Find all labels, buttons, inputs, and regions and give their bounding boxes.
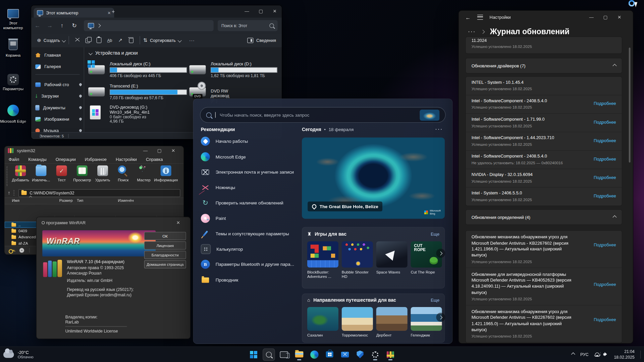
column-size[interactable]: Размер bbox=[56, 198, 73, 202]
recommended-snipping[interactable]: Ножницы bbox=[201, 181, 235, 194]
create-button[interactable]: Создать bbox=[44, 38, 60, 43]
game-tile[interactable]: Cut The Rope bbox=[411, 241, 442, 274]
recommended-paint[interactable]: Paint bbox=[201, 212, 226, 225]
desktop-icon-this-pc[interactable]: Этот компьютер bbox=[0, 9, 26, 30]
driver-updates-section[interactable]: Обновления драйверов (7) bbox=[465, 58, 622, 74]
edge-button[interactable] bbox=[308, 348, 321, 361]
today-more-button[interactable]: ··· bbox=[435, 125, 443, 132]
details-pane-button[interactable]: Сведения bbox=[247, 38, 276, 43]
desktop-icon-recycle-bin[interactable]: Корзина bbox=[0, 40, 26, 58]
games-more-link[interactable]: Еще bbox=[431, 232, 439, 237]
up-button[interactable]: ↑ bbox=[56, 22, 68, 29]
sort-button[interactable]: Сортировать bbox=[150, 38, 176, 43]
task-view-button[interactable] bbox=[278, 348, 290, 361]
sidebar-item-documents[interactable]: Документы bbox=[35, 103, 82, 112]
travel-tile[interactable]: Сахалин bbox=[307, 307, 338, 338]
carousel-next-button[interactable] bbox=[436, 249, 445, 258]
minimize-button[interactable]: — bbox=[240, 6, 254, 16]
breadcrumb-more-button[interactable]: ··· bbox=[468, 28, 476, 35]
path-input[interactable]: C:\WINDOWS\system32 bbox=[18, 189, 180, 197]
travel-more-link[interactable]: Еще bbox=[431, 298, 439, 303]
toolbar-drag-handle[interactable] bbox=[7, 166, 8, 186]
update-row[interactable]: Intel - SoftwareComponent - 1.44.2023.71… bbox=[466, 132, 622, 150]
recommended-check-updates[interactable]: ↻Проверить наличие обновлений bbox=[201, 197, 283, 209]
recommended-getting-started[interactable]: Начало работы bbox=[201, 135, 248, 147]
weather-widget[interactable]: -20°C Облачно bbox=[3, 347, 34, 362]
menu-operations[interactable]: Операции bbox=[56, 157, 76, 162]
definition-updates-section[interactable]: Обновления определений (4) bbox=[465, 209, 622, 225]
maximize-button[interactable]: ▢ bbox=[598, 12, 612, 22]
details-link[interactable]: Подробнее bbox=[594, 242, 616, 247]
minimize-button[interactable]: — bbox=[139, 146, 153, 156]
up-button[interactable]: ↑ bbox=[8, 190, 10, 196]
travel-tile[interactable]: Торремолинос bbox=[342, 307, 373, 338]
close-button[interactable]: ✕ bbox=[268, 6, 282, 16]
hero-caption[interactable]: The Great Blue Hole, Belize bbox=[308, 201, 382, 211]
drive-c[interactable]: Локальный диск (C:) 406 ГБ свободно из 4… bbox=[88, 61, 105, 72]
update-row[interactable]: Обновление механизма обнаружения угроз д… bbox=[466, 305, 622, 342]
travel-tile[interactable]: Геленджик bbox=[411, 307, 442, 338]
desktop-icon-edge[interactable]: Microsoft Edge bbox=[0, 105, 26, 124]
explorer-button[interactable] bbox=[293, 348, 306, 361]
license-button[interactable]: Лицензия bbox=[144, 241, 186, 249]
tab-close-icon[interactable]: ✕ bbox=[107, 10, 111, 15]
search-input[interactable]: Чтобы начать поиск, введите здесь запрос bbox=[200, 107, 445, 123]
test-button[interactable]: Тест bbox=[51, 164, 72, 182]
sidebar-item-gallery[interactable]: Галерея bbox=[35, 62, 82, 71]
details-link[interactable]: Подробнее bbox=[594, 317, 616, 322]
outlook-button[interactable] bbox=[339, 348, 351, 361]
back-button[interactable]: ← bbox=[31, 22, 44, 29]
recommended-bluetooth[interactable]: BПараметры Bluetooth и другие пара... bbox=[201, 258, 294, 270]
desktop-icon-settings[interactable]: Параметры bbox=[0, 74, 26, 92]
close-button[interactable]: ✕ bbox=[166, 146, 180, 156]
view-button[interactable]: Просмотр bbox=[72, 164, 92, 182]
share-button[interactable]: ↗ bbox=[115, 37, 126, 43]
recommended-edge[interactable]: Microsoft Edge bbox=[201, 150, 246, 163]
close-button[interactable]: ✕ bbox=[612, 12, 627, 22]
scrollbar[interactable] bbox=[629, 48, 631, 163]
show-desktop-button[interactable] bbox=[640, 350, 641, 358]
start-button[interactable] bbox=[248, 348, 260, 361]
close-button[interactable]: ✕ bbox=[171, 218, 185, 227]
game-tile[interactable]: BlockBuster: Adventures ... bbox=[307, 241, 338, 279]
details-link[interactable]: Подробнее bbox=[594, 138, 616, 143]
drive-g[interactable]: DVD-дисковод (G:) Win10_x64_Ru_4in1 0 ба… bbox=[88, 105, 99, 119]
wizard-button[interactable]: Мастер bbox=[133, 164, 154, 182]
winrar-button[interactable] bbox=[384, 348, 397, 361]
defender-button[interactable] bbox=[354, 348, 366, 361]
recommended-mail[interactable]: Электронная почта и учетные записи bbox=[201, 166, 294, 178]
game-tile[interactable]: Bubble Shooter HD bbox=[342, 241, 373, 279]
add-button[interactable]: Добавить bbox=[10, 164, 31, 182]
search-button[interactable] bbox=[263, 348, 275, 361]
store-button[interactable] bbox=[323, 348, 336, 361]
address-bar[interactable] bbox=[84, 20, 214, 31]
extract-button[interactable]: Извлечь... bbox=[31, 164, 51, 182]
game-tile[interactable]: Space Waves bbox=[376, 241, 408, 274]
key-icon[interactable] bbox=[9, 249, 14, 252]
sidebar-item-home[interactable]: Главная bbox=[35, 51, 82, 60]
travel-tile[interactable]: Дербент bbox=[376, 307, 408, 338]
recommended-explorer[interactable]: Проводник bbox=[201, 274, 238, 286]
menu-help[interactable]: Справка bbox=[146, 157, 163, 162]
column-name[interactable]: Имя bbox=[12, 198, 20, 202]
sidebar-item-pictures[interactable]: Изображени bbox=[35, 115, 82, 124]
update-row[interactable]: Обновление для антивредоносной платформы… bbox=[466, 268, 622, 305]
language-indicator[interactable]: РУС bbox=[580, 352, 589, 357]
details-link[interactable]: Подробнее bbox=[594, 119, 616, 124]
explorer-search-input[interactable]: Поиск в: Этот bbox=[218, 20, 278, 31]
find-button[interactable]: Поиск bbox=[113, 164, 133, 182]
details-link[interactable]: Подробнее bbox=[594, 175, 616, 180]
drive-d[interactable]: Локальный диск (D:) 1,62 ТБ свободно из … bbox=[189, 61, 206, 72]
minimize-button[interactable]: — bbox=[584, 12, 598, 22]
new-tab-button[interactable]: + bbox=[112, 9, 115, 15]
update-row[interactable]: Intel - SoftwareComponent - 1.71.99.0Усп… bbox=[466, 114, 622, 132]
menu-options[interactable]: Настройки bbox=[116, 157, 137, 162]
update-row-partial[interactable]: Обновление для Windows Security platform… bbox=[466, 343, 622, 343]
forward-button[interactable]: → bbox=[44, 22, 56, 29]
recommended-themes[interactable]: Темы и сопутствующие параметры bbox=[201, 227, 289, 240]
homepage-button[interactable]: Домашняя страница bbox=[144, 260, 186, 268]
chevron-up-icon[interactable] bbox=[612, 64, 616, 68]
update-item-partial[interactable]: 11.2024 Успешно установлено 18.02.2025 bbox=[465, 37, 622, 54]
clock[interactable]: 21:04 18.02.2025 bbox=[614, 349, 635, 360]
update-row[interactable]: Intel - System - 2406.5.5.0Успешно устан… bbox=[466, 188, 622, 206]
